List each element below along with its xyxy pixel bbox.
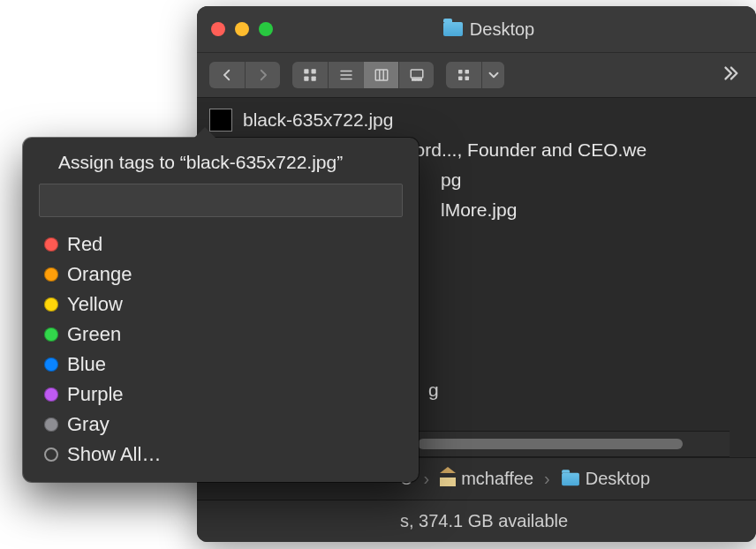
arrange-menu[interactable] [446, 62, 504, 88]
folder-icon [562, 472, 579, 485]
svg-rect-15 [465, 70, 470, 74]
tag-label: Red [67, 233, 102, 256]
tag-dot-icon [44, 327, 58, 342]
columns-icon [374, 67, 389, 83]
nav-buttons [209, 62, 280, 88]
view-mode-buttons [292, 62, 434, 88]
status-text: s, 374.1 GB available [400, 511, 568, 531]
tag-option-yellow[interactable]: Yellow [44, 290, 403, 320]
tag-option-green[interactable]: Green [44, 320, 403, 350]
close-button[interactable] [211, 22, 225, 36]
tag-dot-icon [44, 417, 58, 432]
window-title-text: Desktop [470, 19, 534, 40]
view-icons-button[interactable] [292, 62, 328, 88]
chevron-left-icon [219, 67, 235, 83]
tag-dot-icon [44, 237, 58, 252]
tag-label: Blue [67, 353, 106, 376]
folder-icon [443, 22, 463, 36]
home-icon [440, 472, 456, 486]
toolbar [197, 52, 756, 98]
tag-option-red[interactable]: Red [44, 229, 403, 259]
svg-rect-0 [304, 69, 308, 73]
svg-rect-7 [375, 70, 388, 80]
tag-label: Green [67, 323, 121, 346]
window-title: Desktop [236, 19, 742, 40]
path-segment-label: Desktop [586, 469, 650, 489]
path-segment-folder[interactable]: Desktop [561, 469, 650, 489]
tags-popover: Assign tags to “black-635x722.jpg” Red O… [23, 138, 419, 482]
svg-rect-2 [304, 77, 308, 81]
list-icon [338, 67, 354, 83]
view-list-button[interactable] [328, 62, 363, 88]
chevron-double-right-icon [721, 64, 740, 83]
scrollbar-thumb[interactable] [418, 439, 683, 449]
arrange-dropdown[interactable] [481, 62, 504, 88]
popover-title: Assign tags to “black-635x722.jpg” [39, 152, 403, 173]
file-row[interactable]: black-635x722.jpg [206, 105, 756, 135]
chevron-right-icon: › [423, 469, 429, 489]
tag-dot-icon [44, 267, 58, 282]
view-gallery-button[interactable] [398, 62, 434, 88]
status-bar: s, 374.1 GB available [197, 500, 756, 542]
tag-dot-outline-icon [44, 447, 58, 462]
tag-label: Orange [67, 263, 132, 286]
svg-rect-17 [465, 77, 470, 81]
chevron-right-icon [255, 67, 271, 83]
tag-list: Red Orange Yellow Green Blue Purple Gray [39, 229, 403, 470]
svg-rect-1 [312, 69, 316, 73]
forward-button[interactable] [245, 62, 280, 88]
chevron-down-icon [486, 67, 502, 83]
view-columns-button[interactable] [363, 62, 398, 88]
arrange-button[interactable] [446, 62, 481, 88]
tag-label: Gray [67, 413, 110, 436]
tag-option-show-all[interactable]: Show All… [44, 440, 403, 470]
file-name: black-635x722.jpg [243, 109, 393, 131]
tag-search-input[interactable] [39, 184, 403, 217]
tag-dot-icon [44, 297, 58, 312]
svg-rect-13 [419, 79, 421, 81]
chevron-right-icon: › [544, 469, 550, 489]
svg-rect-10 [411, 70, 423, 78]
back-button[interactable] [209, 62, 245, 88]
tag-option-orange[interactable]: Orange [44, 259, 403, 290]
svg-rect-16 [458, 77, 463, 81]
tag-option-blue[interactable]: Blue [44, 350, 403, 380]
tag-label: Purple [67, 383, 124, 406]
window-titlebar: Desktop [197, 6, 756, 52]
grid-small-icon [456, 67, 472, 83]
tag-label: Yellow [67, 293, 123, 316]
svg-rect-12 [415, 79, 418, 81]
gallery-icon [409, 67, 425, 83]
svg-rect-14 [458, 70, 463, 74]
tag-dot-icon [44, 387, 58, 402]
tag-option-gray[interactable]: Gray [44, 410, 403, 440]
path-segment-home[interactable]: mchaffee [440, 469, 533, 489]
tag-option-purple[interactable]: Purple [44, 380, 403, 410]
tag-dot-icon [44, 357, 58, 372]
svg-rect-3 [312, 77, 316, 81]
grid-icon [302, 67, 318, 83]
svg-rect-11 [412, 79, 414, 81]
path-segment-label: mchaffee [461, 469, 533, 489]
toolbar-overflow-button[interactable] [717, 60, 744, 91]
show-all-label: Show All… [67, 443, 161, 466]
